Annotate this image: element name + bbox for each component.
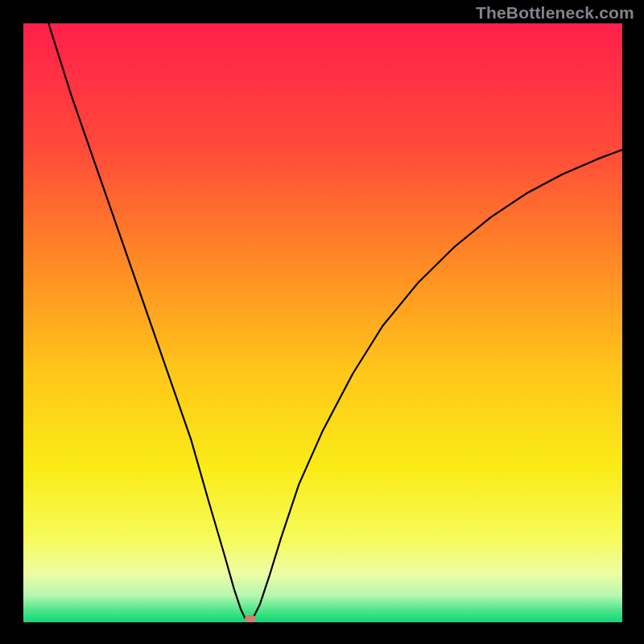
chart-frame: TheBottleneck.com [0,0,644,644]
watermark-label: TheBottleneck.com [476,3,634,23]
plot-area [23,23,622,622]
gradient-background [23,23,622,622]
svg-rect-0 [23,23,622,622]
optimal-point-marker [245,615,256,622]
